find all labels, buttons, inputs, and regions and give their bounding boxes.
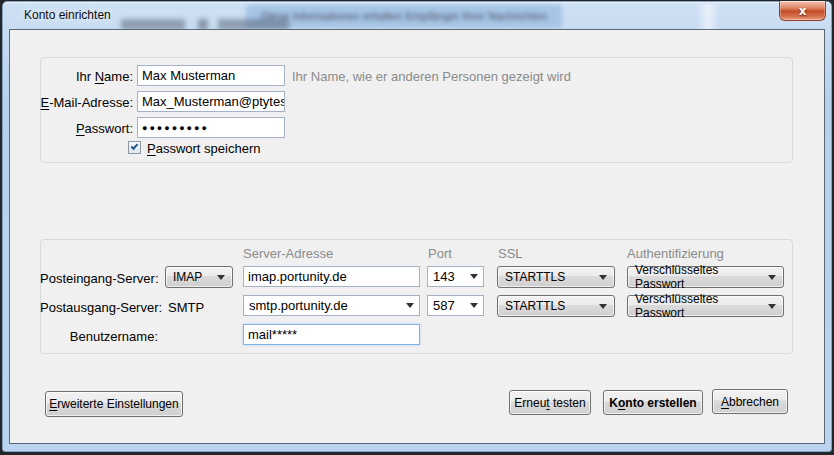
outgoing-server-value: smtp.portunity.de [249,298,348,313]
outgoing-ssl-dropdown[interactable]: STARTTLS [497,295,615,317]
retest-button[interactable]: Erneut testen [509,390,591,415]
email-input[interactable]: Max_Musterman@ptytest. [137,91,285,112]
incoming-protocol-value: IMAP [173,270,202,284]
outgoing-port-combo[interactable]: 587 [427,295,484,316]
password-input[interactable]: ●●●●●●●●● [137,117,285,138]
incoming-ssl-value: STARTTLS [505,270,565,284]
chevron-down-icon [406,303,414,308]
incoming-port-value: 143 [433,269,455,284]
header-auth: Authentifizierung [627,246,724,261]
name-hint: Ihr Name, wie er anderen Personen gezeig… [292,69,571,84]
outgoing-protocol-label: SMTP [168,300,204,315]
outgoing-server-label: Postausgang-Server: [40,300,158,315]
outgoing-ssl-value: STARTTLS [505,299,565,313]
outgoing-auth-value: Verschlüsseltes Passwort [635,292,762,320]
outgoing-port-value: 587 [433,298,455,313]
email-label: E-Mail-Adresse: [30,95,133,110]
chevron-down-icon [768,275,776,280]
checkmark-icon [131,142,139,150]
chevron-down-icon [599,304,607,309]
outgoing-auth-dropdown[interactable]: Verschlüsseltes Passwort [627,295,784,317]
outgoing-server-combo[interactable]: smtp.portunity.de [243,295,420,316]
save-password-label: Passwort speichern [147,141,260,156]
name-label: Ihr Name: [30,69,133,84]
window-title: Konto einrichten [24,8,111,22]
header-ssl: SSL [498,246,523,261]
titlebar[interactable]: Konto einrichten [2,1,832,29]
close-icon: x [780,2,825,20]
chevron-down-icon [768,304,776,309]
username-label: Benutzername: [40,329,158,344]
save-password-checkbox[interactable] [128,141,141,154]
incoming-server-label: Posteingang-Server: [40,271,158,286]
header-port: Port [428,246,452,261]
create-account-button[interactable]: Konto erstellen [603,390,703,415]
konto-einrichten-dialog: Diese Informationen erhalten Empfänger I… [0,0,834,455]
incoming-auth-dropdown[interactable]: Verschlüsseltes Passwort [627,266,784,288]
incoming-server-input[interactable]: imap.portunity.de [243,266,420,287]
username-input[interactable]: mail***** [243,324,420,345]
incoming-auth-value: Verschlüsseltes Passwort [635,263,762,291]
incoming-protocol-dropdown[interactable]: IMAP [165,266,233,288]
chevron-down-icon [470,274,478,279]
cancel-button[interactable]: Abbrechen [712,389,788,414]
advanced-settings-button[interactable]: Erweiterte Einstellungen [45,391,183,417]
incoming-ssl-dropdown[interactable]: STARTTLS [497,266,615,288]
header-server-address: Server-Adresse [243,246,333,261]
chevron-down-icon [470,303,478,308]
name-input[interactable]: Max Musterman [137,65,285,86]
incoming-port-combo[interactable]: 143 [427,266,484,287]
chevron-down-icon [217,275,225,280]
password-label: Passwort: [30,121,133,136]
close-button[interactable]: x [779,1,826,21]
chevron-down-icon [599,275,607,280]
